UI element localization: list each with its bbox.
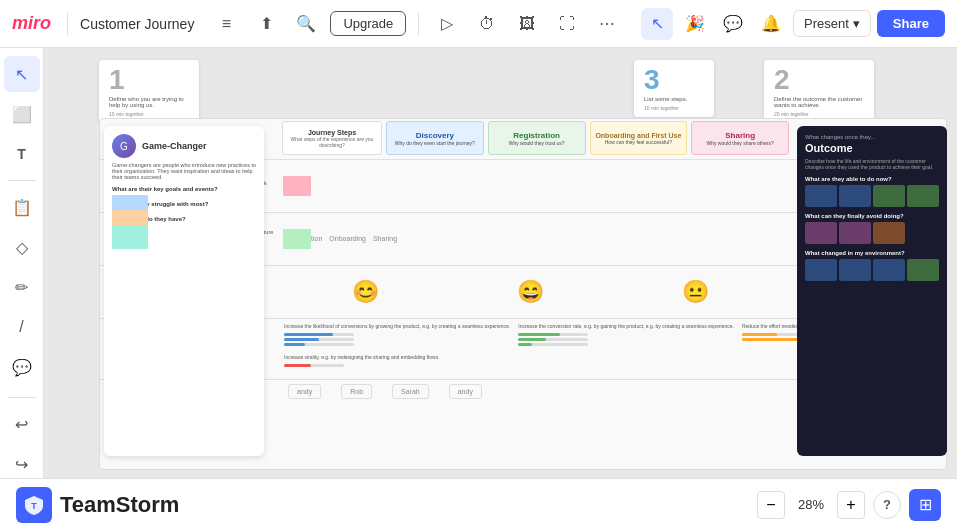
canvas[interactable]: 1 Define who you are trying to help by u… bbox=[44, 48, 957, 478]
miro-logo: miro bbox=[12, 13, 51, 34]
opp-bar-3-fill bbox=[284, 343, 305, 346]
owner-discovery: andy bbox=[288, 384, 321, 399]
arrow-tool-button[interactable]: ▷ bbox=[431, 8, 463, 40]
sidebar-text-tool[interactable]: T bbox=[4, 136, 40, 172]
col-onboarding-label: Onboarding and First Use bbox=[595, 132, 681, 139]
teamstorm-shield-icon: T bbox=[23, 494, 45, 516]
step-3-card: 3 List some steps. 10 min together bbox=[634, 60, 714, 117]
step-3-time: 10 min together bbox=[644, 105, 704, 111]
step-1-number: 1 bbox=[109, 66, 189, 94]
col-header-sharing: Sharing Why would they share others? bbox=[691, 121, 789, 155]
owner-onboarding: Sarah bbox=[392, 384, 429, 399]
col-headers-row: Journey Steps What steps of the experien… bbox=[280, 119, 791, 157]
canvas-inner: 1 Define who you are trying to help by u… bbox=[44, 48, 957, 478]
opp-sharing-bar-fill bbox=[284, 364, 311, 367]
outcome-card-label: What changes once they... bbox=[805, 134, 939, 140]
image-button[interactable]: 🖼 bbox=[511, 8, 543, 40]
zoom-minus-button[interactable]: − bbox=[757, 491, 785, 519]
document-title[interactable]: Customer Journey bbox=[80, 16, 194, 32]
more-tools-button[interactable]: ⋯ bbox=[591, 8, 623, 40]
chat-button[interactable]: 💬 bbox=[717, 8, 749, 40]
present-button[interactable]: Present ▾ bbox=[793, 10, 871, 37]
opp-onb-bar-fill bbox=[742, 333, 777, 336]
step-1-card: 1 Define who you are trying to help by u… bbox=[99, 60, 199, 123]
teamstorm-logo-icon: T bbox=[16, 487, 52, 523]
sidebar-cursor-tool[interactable]: ↖ bbox=[4, 56, 40, 92]
cursor-mode-button[interactable]: ↖ bbox=[641, 8, 673, 40]
col-registration-label: Registration bbox=[513, 131, 560, 140]
step-3-number: 3 bbox=[644, 66, 704, 94]
outcome-sticky-2[interactable] bbox=[839, 185, 871, 207]
outcome-card-sub: Describe how the life and environment of… bbox=[805, 158, 939, 170]
outcome-changed-2[interactable] bbox=[839, 259, 871, 281]
col-discovery-sub: Why do they even start the journey? bbox=[395, 140, 475, 146]
col-registration-sub: Why would they trust us? bbox=[509, 140, 565, 146]
col-discovery-label: Discovery bbox=[416, 131, 454, 140]
outcome-sticky-3[interactable] bbox=[873, 185, 905, 207]
col-header-discovery: Discovery Why do they even start the jou… bbox=[386, 121, 484, 155]
outcome-can-do-header: What are they able to do now? bbox=[805, 176, 939, 182]
opp-disc-text: Increase the likelihood of conversions b… bbox=[284, 323, 510, 329]
persona-task-4[interactable] bbox=[112, 225, 148, 249]
toolbar-right: ↖ 🎉 💬 🔔 Present ▾ Share bbox=[641, 8, 945, 40]
zoom-controls: − 28% + ? ⊞ bbox=[757, 489, 941, 521]
sticky-note[interactable] bbox=[283, 183, 311, 189]
outcome-avoid-stickies bbox=[805, 222, 939, 244]
outcome-changed-4[interactable] bbox=[907, 259, 939, 281]
outcome-avoid-1[interactable] bbox=[805, 222, 837, 244]
sidebar-comment-tool[interactable]: 💬 bbox=[4, 349, 40, 385]
fullscreen-button[interactable]: ⛶ bbox=[551, 8, 583, 40]
col-label-onboarding: Onboarding bbox=[327, 233, 368, 244]
timer-button[interactable]: ⏱ bbox=[471, 8, 503, 40]
outcome-avoid-3[interactable] bbox=[873, 222, 905, 244]
emoji-registration: 😄 bbox=[517, 279, 544, 305]
outcome-card: What changes once they... Outcome Descri… bbox=[797, 126, 947, 456]
zoom-level-display: 28% bbox=[793, 497, 829, 512]
outcome-sticky-4[interactable] bbox=[907, 185, 939, 207]
reaction-button[interactable]: 🎉 bbox=[679, 8, 711, 40]
upgrade-button[interactable]: Upgrade bbox=[330, 11, 406, 36]
sidebar-pen-tool[interactable]: ✏ bbox=[4, 269, 40, 305]
upload-button[interactable]: ⬆ bbox=[250, 8, 282, 40]
step-3-desc: List some steps. bbox=[644, 96, 704, 102]
sidebar-frame-tool[interactable]: ⬜ bbox=[4, 96, 40, 132]
step-1-time: 10 min together bbox=[109, 111, 189, 117]
zoom-plus-button[interactable]: + bbox=[837, 491, 865, 519]
opp-reg-bar-3 bbox=[518, 343, 588, 346]
col-header-journey-steps: Journey Steps What steps of the experien… bbox=[282, 121, 382, 155]
outcome-avoid-2[interactable] bbox=[839, 222, 871, 244]
toolbar-sep-1 bbox=[67, 12, 68, 36]
opp-sharing-bar-1 bbox=[284, 364, 344, 367]
help-button[interactable]: ? bbox=[873, 491, 901, 519]
sidebar-redo-button[interactable]: ↪ bbox=[4, 446, 40, 482]
opp-bar-2-fill bbox=[284, 338, 319, 341]
sidebar-sep-2 bbox=[8, 397, 36, 398]
sidebar-undo-button[interactable]: ↩ bbox=[4, 406, 40, 442]
step-2-card: 2 Define the outcome the customer wants … bbox=[764, 60, 874, 123]
outcome-changed-header: What changed in my environment? bbox=[805, 250, 939, 256]
opp-sharing-text: Increase virality, e.g. by redesigning t… bbox=[284, 354, 440, 360]
step-2-number: 2 bbox=[774, 66, 864, 94]
sidebar-shape-tool[interactable]: ◇ bbox=[4, 229, 40, 265]
outcome-changed-1[interactable] bbox=[805, 259, 837, 281]
outcome-sticky-1[interactable] bbox=[805, 185, 837, 207]
notification-button[interactable]: 🔔 bbox=[755, 8, 787, 40]
sticky-note[interactable] bbox=[283, 230, 311, 247]
col-journey-steps-sub: What steps of the experience are you des… bbox=[285, 136, 379, 148]
outcome-can-do-stickies bbox=[805, 185, 939, 207]
step-1-desc: Define who you are trying to help by usi… bbox=[109, 96, 189, 108]
opp-reg-bar-fill-2 bbox=[518, 338, 546, 341]
opp-reg-bar-2 bbox=[518, 338, 588, 341]
outcome-changed-3[interactable] bbox=[873, 259, 905, 281]
persona-avatar: G bbox=[112, 134, 136, 158]
menu-button[interactable]: ≡ bbox=[210, 8, 242, 40]
share-button[interactable]: Share bbox=[877, 10, 945, 37]
opp-onb-bar-fill-2 bbox=[742, 338, 798, 341]
sidebar-line-tool[interactable]: / bbox=[4, 309, 40, 345]
col-onboarding-sub: How can they feel successful? bbox=[605, 139, 672, 145]
col-sharing-label: Sharing bbox=[725, 131, 755, 140]
teamstorm-logo: T TeamStorm bbox=[16, 487, 179, 523]
grid-button[interactable]: ⊞ bbox=[909, 489, 941, 521]
search-button[interactable]: 🔍 bbox=[290, 8, 322, 40]
sidebar-sticky-tool[interactable]: 📋 bbox=[4, 189, 40, 225]
